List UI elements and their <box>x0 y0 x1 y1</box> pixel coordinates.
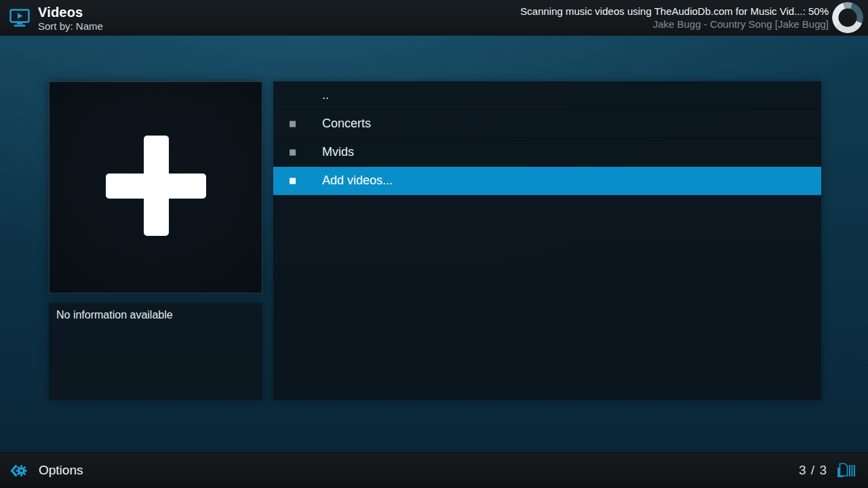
list-item-parent-dir[interactable]: .. <box>273 81 821 110</box>
top-bar: Videos Sort by: Name Scanning music vide… <box>0 0 868 35</box>
sort-by-label: Sort by: Name <box>38 20 103 32</box>
square-bullet-icon <box>290 121 296 127</box>
info-text: No information available <box>56 309 173 321</box>
page-position: 3 / 3 <box>799 463 827 478</box>
page-stack-icon <box>835 462 856 480</box>
bottom-bar: Options 3 / 3 <box>0 453 868 488</box>
thumbnail-preview <box>49 81 262 293</box>
list-item-label: Mvids <box>322 145 354 159</box>
file-list: .. Concerts Mvids Add videos... <box>273 81 821 400</box>
options-button[interactable]: Options <box>9 453 83 488</box>
scan-status: Scanning music videos using TheAudioDb.c… <box>520 5 829 30</box>
scan-current-item: Jake Bugg - Country Song [Jake Bugg] <box>520 18 829 30</box>
list-item-concerts[interactable]: Concerts <box>273 110 821 138</box>
add-plus-icon <box>106 136 206 236</box>
options-gear-chevron-icon <box>9 462 28 480</box>
pager-indicator: 3 / 3 <box>799 453 856 488</box>
list-item-add-videos[interactable]: Add videos... <box>273 167 821 195</box>
list-item-mvids[interactable]: Mvids <box>273 138 821 167</box>
list-item-label: .. <box>322 88 329 102</box>
list-item-label: Concerts <box>322 117 371 131</box>
videos-monitor-play-icon <box>9 9 30 27</box>
square-bullet-icon <box>290 178 296 184</box>
scan-status-text: Scanning music videos using TheAudioDb.c… <box>520 5 829 18</box>
page-title: Videos <box>38 5 83 20</box>
square-bullet-icon <box>290 149 296 155</box>
list-item-label: Add videos... <box>322 174 393 188</box>
info-panel: No information available <box>49 303 262 400</box>
busy-spinner <box>832 2 863 33</box>
kodi-videos-screen: { "header": { "title": "Videos", "sort":… <box>0 0 868 488</box>
options-label: Options <box>39 463 83 478</box>
